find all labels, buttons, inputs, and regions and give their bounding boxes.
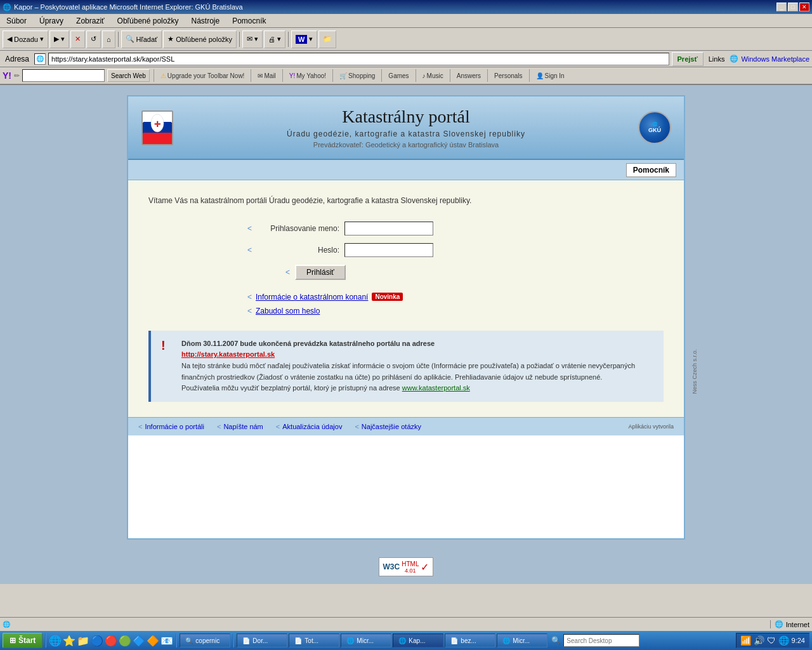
taskbar-icon-4[interactable]: 🔵 xyxy=(91,635,103,647)
footer-link-faq[interactable]: < Najčastejšie otázky xyxy=(355,423,421,430)
taskbar-icon-5[interactable]: 🔴 xyxy=(105,635,117,647)
address-bar: Adresa 🌐 Prejsť Links 🌐 Windows Marketpl… xyxy=(0,51,812,67)
go-button[interactable]: Prejsť xyxy=(672,52,704,66)
taskbar-icon-2[interactable]: ⭐ xyxy=(63,635,75,647)
yahoo-signin-item[interactable]: 👤 Sign In xyxy=(534,72,567,79)
print-dropdown-icon[interactable]: ▾ xyxy=(277,35,281,43)
menu-file[interactable]: Súbor xyxy=(3,15,30,27)
back-button[interactable]: ◀ Dozadu ▾ xyxy=(3,30,48,48)
username-input[interactable] xyxy=(344,222,433,235)
menu-favorites[interactable]: Obľúbené položky xyxy=(114,15,183,27)
print-icon: 🖨 xyxy=(268,36,275,43)
zone-text: Internet xyxy=(786,621,809,628)
mail-button[interactable]: ✉ ▾ xyxy=(242,30,263,48)
yahoo-search-input[interactable] xyxy=(22,69,105,82)
yahoo-upgrade-item[interactable]: ⚠ Upgrade your Toolbar Now! xyxy=(158,72,247,79)
forward-button[interactable]: ▶ ▾ xyxy=(49,30,69,48)
title-bar-buttons[interactable]: _ □ ✕ xyxy=(776,3,809,11)
taskbar-icon-1[interactable]: 🌐 xyxy=(49,635,62,647)
taskbar-item-5[interactable]: 📄 bez... xyxy=(445,633,495,647)
notice-link-1[interactable]: http://stary.katasterportal.sk xyxy=(181,350,275,358)
notice-text: Dňom 30.11.2007 bude ukončená prevádzka … xyxy=(181,338,653,394)
title-bar: 🌐 Kapor – Poskytovatel aplikace Microsof… xyxy=(0,0,812,14)
yahoo-mail-item[interactable]: ✉ Mail xyxy=(255,72,278,79)
footer-link-update[interactable]: < Aktualizácia údajov xyxy=(276,423,343,430)
info-link[interactable]: Informácie o katastrálnom konaní xyxy=(256,293,368,302)
yahoo-music-item[interactable]: ♪ Music xyxy=(420,72,446,79)
yahoo-sep-1 xyxy=(154,69,154,82)
info-link-row: < Informácie o katastrálnom konaní Novin… xyxy=(247,293,565,302)
taskbar-icon-7[interactable]: 🔷 xyxy=(133,635,145,647)
taskbar-item-2[interactable]: 📄 Tot... xyxy=(289,633,339,647)
helper-button[interactable]: Pomocník xyxy=(626,163,676,177)
print-button[interactable]: 🖨 ▾ xyxy=(264,30,285,48)
mail-icon: ✉ xyxy=(247,35,252,43)
yahoo-logo: Y! xyxy=(3,70,11,81)
address-input[interactable] xyxy=(48,53,669,65)
marketplace-link[interactable]: Windows Marketplace xyxy=(741,55,809,63)
back-dropdown-icon[interactable]: ▾ xyxy=(40,35,44,43)
favorites-button[interactable]: ★ Obľúbené položky xyxy=(163,30,237,48)
start-button[interactable]: ⊞ Štart xyxy=(3,633,43,648)
taskbar-icon-6[interactable]: 🟢 xyxy=(119,635,131,647)
taskbar-item-6[interactable]: 🌐 Micr... xyxy=(497,633,547,647)
yahoo-answers-item[interactable]: Answers xyxy=(454,72,483,79)
taskbar-separator xyxy=(45,633,46,647)
notice-link-2[interactable]: www.katasterportal.sk xyxy=(402,384,470,392)
back-icon: ◀ xyxy=(7,35,12,43)
page-header: ✛ Katastrálny portál Úradu geodézie, kar… xyxy=(128,96,684,160)
menu-bar: Súbor Úpravy Zobraziť Obľúbené položky N… xyxy=(0,14,812,28)
taskbar-copernic[interactable]: 🔍 copernic xyxy=(180,633,230,647)
password-input[interactable] xyxy=(344,243,433,257)
footer-link-contact[interactable]: < Napíšte nám xyxy=(217,423,263,430)
folder-button[interactable]: 📁 xyxy=(318,30,336,48)
status-page-icon: 🌐 xyxy=(3,621,10,628)
close-button[interactable]: ✕ xyxy=(799,3,809,11)
maximize-button[interactable]: □ xyxy=(788,3,798,11)
taskbar-item-3[interactable]: 🌐 Micr... xyxy=(341,633,391,647)
taskbar-search-icon: 🔍 xyxy=(551,636,561,645)
mail-dropdown-icon[interactable]: ▾ xyxy=(254,35,258,43)
yahoo-shopping-item[interactable]: 🛒 Shopping xyxy=(337,72,377,79)
stop-button[interactable]: ✕ xyxy=(70,30,85,48)
footer-link-info[interactable]: < Informácie o portáli xyxy=(138,423,204,430)
forgot-link[interactable]: Zabudol som heslo xyxy=(256,307,320,315)
login-form: < Prihlasovanie meno: < Heslo: < Prihlás… xyxy=(247,222,565,315)
w3c-details: HTML 4.01 xyxy=(402,560,419,574)
menu-help[interactable]: Pomocník xyxy=(228,15,270,27)
header-subtitle: Úradu geodézie, kartografie a katastra S… xyxy=(176,129,636,138)
taskbar-item-4[interactable]: 🌐 Kap... xyxy=(393,633,443,647)
toolbar-separator-3 xyxy=(288,32,289,47)
menu-view[interactable]: Zobraziť xyxy=(72,15,108,27)
forward-dropdown-icon[interactable]: ▾ xyxy=(61,35,65,43)
search-button[interactable]: 🔍 Hľadať xyxy=(121,30,162,48)
w-dropdown-icon[interactable]: ▾ xyxy=(309,35,313,43)
page-nav: Pomocník xyxy=(128,160,684,180)
yahoo-games-item[interactable]: Games xyxy=(386,72,411,79)
w-button[interactable]: W ▾ xyxy=(291,30,317,48)
toolbar-separator-2 xyxy=(239,32,240,47)
taskbar-separator-2 xyxy=(176,633,177,647)
home-button[interactable]: ⌂ xyxy=(102,30,115,48)
taskbar-icon-8[interactable]: 🔶 xyxy=(147,635,159,647)
menu-edit[interactable]: Úpravy xyxy=(36,15,67,27)
minimize-button[interactable]: _ xyxy=(776,3,787,11)
taskbar-item-1[interactable]: 📄 Dor... xyxy=(237,633,287,647)
taskbar-icon-3[interactable]: 📁 xyxy=(77,635,89,647)
footer-arrow-4: < xyxy=(355,423,358,430)
tray-time: 9:24 xyxy=(792,637,805,644)
username-row: < Prihlasovanie meno: xyxy=(247,222,565,235)
menu-tools[interactable]: Nástroje xyxy=(187,15,223,27)
login-button[interactable]: Prihlásiť xyxy=(295,265,346,280)
footer-arrow-2: < xyxy=(217,423,221,430)
username-label: Prihlasovanie meno: xyxy=(257,224,339,233)
refresh-button[interactable]: ↺ xyxy=(86,30,101,48)
taskbar-search-input[interactable] xyxy=(563,634,639,647)
taskbar-icon-9[interactable]: 📧 xyxy=(160,635,173,647)
yahoo-personals-item[interactable]: Personals xyxy=(492,72,525,79)
yahoo-search-button[interactable]: Search Web xyxy=(107,69,150,82)
yahoo-myyahoo-item[interactable]: Y! My Yahoo! xyxy=(287,72,329,79)
taskbar-sep-3 xyxy=(233,633,234,647)
my-yahoo-icon: Y! xyxy=(289,72,295,79)
w3c-area: W3C HTML 4.01 ✓ xyxy=(0,550,812,584)
